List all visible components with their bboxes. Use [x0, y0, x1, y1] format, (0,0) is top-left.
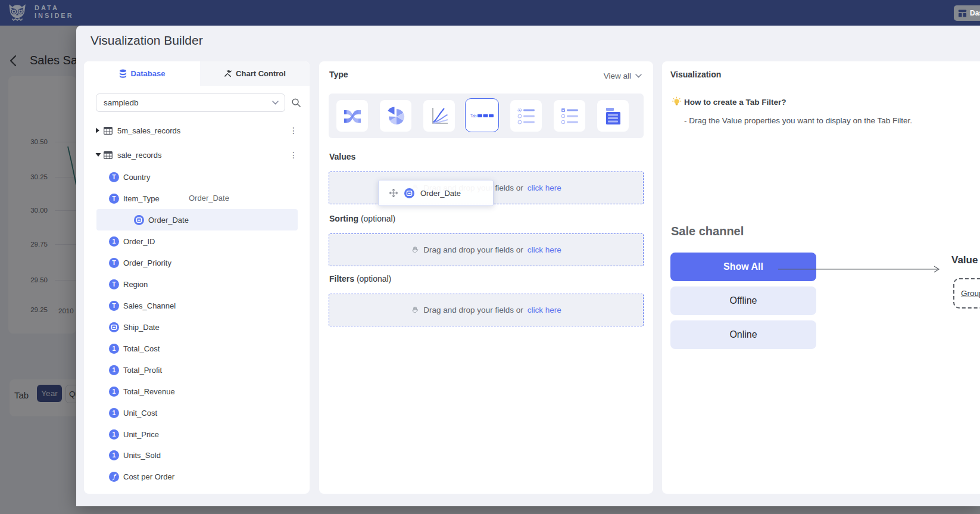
top-navbar: DATA INSIDER Dashboard [0, 0, 980, 26]
svg-text:Tab: Tab [470, 114, 477, 118]
chart-type-strip: Tab [329, 94, 644, 138]
online-button[interactable]: Online [670, 320, 816, 349]
field-name: Order_ID [123, 237, 155, 246]
field-row[interactable]: ƒCost per Order [84, 466, 310, 487]
annotation-title: Value [951, 254, 978, 266]
drag-chip[interactable]: Order_Date [378, 180, 494, 206]
field-name: Order_Date [148, 216, 189, 225]
tip-title: How to create a Tab Filter? [684, 98, 787, 107]
hand-icon [411, 246, 419, 254]
brand-line-1: DATA [35, 4, 74, 12]
annotation-arrow [778, 264, 945, 274]
text-type-icon: T [109, 279, 119, 289]
visualization-builder-modal: Visualization Builder Database Chart Con… [76, 26, 980, 506]
dashboard-button[interactable]: Dashboard [954, 5, 980, 21]
field-name: Order_Priority [123, 258, 171, 267]
table-icon [104, 151, 113, 159]
chart-type-checkbox-list[interactable] [554, 100, 585, 132]
values-section-label: Values [329, 152, 355, 161]
tab-chart-control[interactable]: Chart Control [200, 61, 310, 86]
formula-type-icon: ƒ [109, 472, 119, 482]
chart-type-sankey[interactable] [336, 100, 368, 132]
field-name: Total_Revenue [123, 387, 175, 396]
field-row[interactable]: TCountry [84, 166, 310, 188]
text-type-icon: T [109, 258, 119, 268]
hand-icon [411, 306, 419, 314]
field-row[interactable]: 1Total_Cost [84, 338, 310, 359]
field-row[interactable]: 1Order_ID [84, 230, 310, 252]
field-row[interactable]: 1Unit_Cost [84, 402, 310, 423]
sorting-section-label: Sorting (optional) [329, 214, 395, 223]
field-row[interactable]: 1Total_Revenue [84, 381, 310, 402]
text-type-icon: T [109, 194, 119, 204]
table-row[interactable]: 5m_sales_records ⋮ [84, 120, 310, 141]
brand-name: DATA INSIDER [35, 4, 74, 20]
table-icon [104, 127, 113, 135]
number-type-icon: 1 [109, 429, 119, 440]
chart-type-radio-list[interactable] [510, 100, 542, 132]
field-row[interactable]: 1Units_Sold [84, 444, 310, 466]
datasource-select[interactable]: sampledb [96, 94, 285, 112]
date-type-icon [134, 215, 144, 225]
field-name: Total_Cost [123, 344, 160, 353]
preview-title: Sale channel [671, 225, 744, 238]
caret-down-icon[interactable] [95, 152, 104, 157]
dashboard-icon [958, 9, 967, 18]
pie-icon [386, 106, 406, 126]
dropzone-text: Drag and drop your fields or [423, 306, 523, 314]
text-type-icon: T [109, 172, 119, 182]
drag-chip-label: Order_Date [420, 189, 461, 198]
caret-right-icon[interactable] [95, 127, 104, 133]
table-name: sale_records [117, 151, 161, 160]
chevron-down-icon [272, 101, 279, 105]
number-type-icon: 1 [109, 450, 119, 460]
kebab-menu-icon[interactable]: ⋮ [289, 150, 298, 160]
type-section-label: Type [329, 70, 348, 79]
kebab-menu-icon[interactable]: ⋮ [289, 126, 298, 135]
database-icon [119, 69, 127, 79]
line-chart-icon [429, 106, 450, 126]
table-name: 5m_sales_records [117, 126, 180, 135]
chart-type-pie[interactable] [380, 100, 411, 132]
view-all-button[interactable]: View all [604, 71, 642, 80]
move-icon [389, 188, 398, 198]
click-here-link[interactable]: click here [528, 183, 561, 192]
datasource-select-value: sampledb [104, 98, 272, 107]
field-row[interactable]: 1Unit_Price [84, 423, 310, 445]
date-type-icon [109, 322, 119, 332]
field-name: Region [123, 280, 148, 289]
tab-database[interactable]: Database [84, 61, 200, 86]
field-row[interactable]: TSales_Channel [84, 295, 310, 316]
chart-type-line[interactable] [423, 100, 455, 132]
annotation-group-link[interactable]: Group [961, 289, 980, 298]
dashboard-button-label: Dashboard [970, 9, 980, 17]
click-here-link[interactable]: click here [528, 306, 561, 314]
sorting-dropzone[interactable]: Drag and drop your fields or click here [329, 233, 644, 266]
lightbulb-icon [672, 96, 682, 108]
number-type-icon: 1 [109, 236, 119, 247]
number-type-icon: 1 [109, 408, 119, 418]
filters-section-label: Filters (optional) [329, 274, 391, 284]
chart-type-dropdown-list[interactable] [597, 100, 629, 132]
tab-database-label: Database [131, 69, 166, 78]
database-panel: Database Chart Control sampledb 5m_sales… [84, 61, 310, 494]
field-row[interactable]: 1Total_Profit [84, 359, 310, 381]
field-name: Country [123, 173, 151, 182]
offline-button[interactable]: Offline [670, 286, 816, 315]
date-type-icon [404, 188, 414, 198]
field-name: Unit_Price [123, 430, 159, 439]
dropzone-text: Drag and drop your fields or [423, 245, 523, 254]
visualization-panel: Visualization How to create a Tab Filter… [662, 61, 980, 494]
field-row[interactable]: Ship_Date [84, 316, 310, 338]
chart-type-tab-filter-selected[interactable]: Tab [465, 98, 499, 132]
filters-dropzone[interactable]: Drag and drop your fields or click here [329, 294, 644, 326]
search-icon[interactable] [291, 98, 301, 110]
radio-list-icon [516, 106, 536, 126]
field-row[interactable]: TOrder_Priority [84, 252, 310, 273]
field-name: Cost per Order [123, 472, 174, 481]
field-row-selected[interactable]: Order_Date [96, 209, 298, 230]
field-row[interactable]: TRegion [84, 273, 310, 295]
click-here-link[interactable]: click here [528, 245, 561, 254]
table-row[interactable]: sale_records ⋮ [84, 144, 310, 166]
field-name: Units_Sold [123, 451, 161, 460]
